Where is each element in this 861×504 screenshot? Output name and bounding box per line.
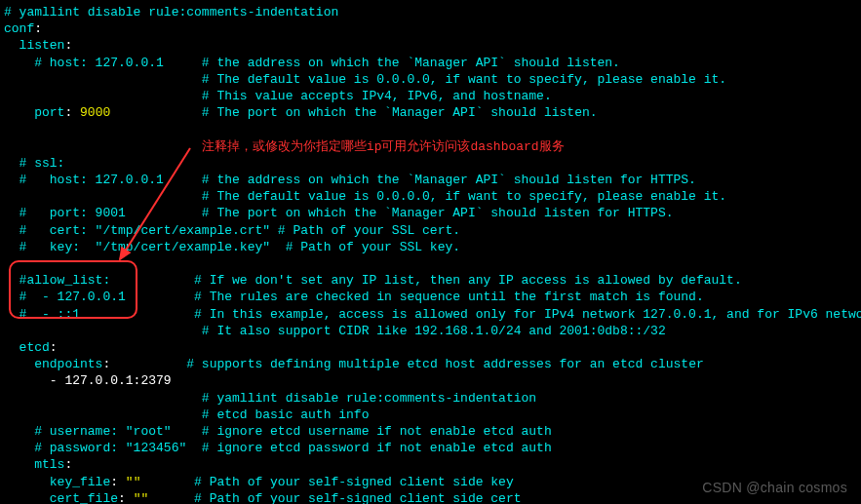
code-line: # - ::1 # In this example, access is all… bbox=[4, 306, 861, 323]
code-line: - 127.0.0.1:2379 bbox=[4, 372, 861, 389]
code-line: 注释掉，或修改为你指定哪些ip可用允许访问该dashboard服务 bbox=[4, 138, 861, 155]
code-line: # username: "root" # ignore etcd usernam… bbox=[4, 423, 861, 440]
code-line: # cert: "/tmp/cert/example.crt" # Path o… bbox=[4, 222, 861, 239]
code-line: conf: bbox=[4, 20, 861, 37]
code-line: # This value accepts IPv4, IPv6, and hos… bbox=[4, 88, 861, 104]
code-line: etcd: bbox=[4, 339, 861, 356]
code-line: mtls: bbox=[4, 456, 861, 473]
code-line: endpoints: # supports defining multiple … bbox=[4, 356, 861, 372]
code-line: # yamllint disable rule:comments-indenta… bbox=[4, 390, 861, 407]
code-line: # host: 127.0.0.1 # the address on which… bbox=[4, 55, 861, 71]
yaml-config-code: # yamllint disable rule:comments-indenta… bbox=[4, 4, 861, 504]
code-line: # It also support CIDR like 192.168.1.0/… bbox=[4, 323, 861, 339]
code-line: # password: "123456" # ignore etcd passw… bbox=[4, 440, 861, 456]
code-line: # The default value is 0.0.0.0, if want … bbox=[4, 188, 861, 205]
code-line: # The default value is 0.0.0.0, if want … bbox=[4, 71, 861, 88]
code-line: # host: 127.0.0.1 # the address on which… bbox=[4, 172, 861, 188]
code-line: # yamllint disable rule:comments-indenta… bbox=[4, 4, 861, 20]
code-line: # etcd basic auth info bbox=[4, 407, 861, 423]
code-line: # ssl: bbox=[4, 155, 861, 172]
code-line bbox=[4, 255, 861, 272]
code-line bbox=[4, 121, 861, 137]
code-line: #allow_list: # If we don't set any IP li… bbox=[4, 272, 861, 289]
code-line: # - 127.0.0.1 # The rules are checked in… bbox=[4, 289, 861, 305]
code-line: # key: "/tmp/cert/example.key" # Path of… bbox=[4, 239, 861, 255]
code-line: # port: 9001 # The port on which the `Ma… bbox=[4, 205, 861, 221]
watermark: CSDN @chain cosmos bbox=[702, 480, 847, 496]
code-line: port: 9000 # The port on which the `Mana… bbox=[4, 104, 861, 121]
code-line: listen: bbox=[4, 37, 861, 54]
